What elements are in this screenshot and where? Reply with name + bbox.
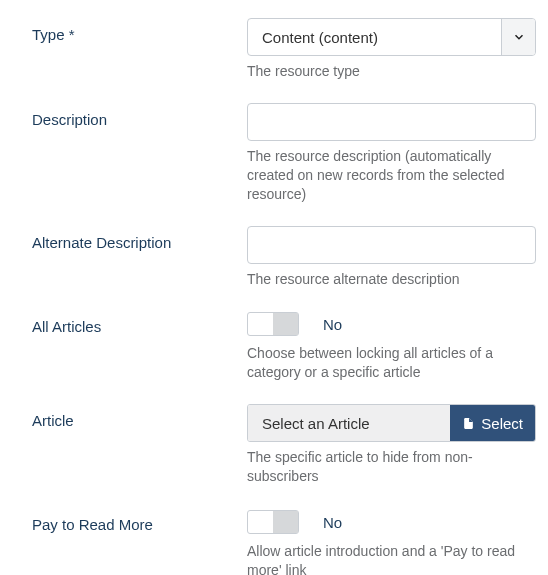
article-label: Article <box>32 404 247 429</box>
description-help: The resource description (automatically … <box>247 147 536 204</box>
type-select[interactable]: Content (content) <box>247 18 536 56</box>
description-label: Description <box>32 103 247 128</box>
article-picker-placeholder[interactable]: Select an Article <box>248 405 450 441</box>
all-articles-help: Choose between locking all articles of a… <box>247 344 536 382</box>
chevron-down-icon <box>512 30 526 44</box>
all-articles-label: All Articles <box>32 310 247 335</box>
pay-read-more-help: Allow article introduction and a 'Pay to… <box>247 542 536 575</box>
toggle-knob <box>273 511 298 533</box>
pay-read-more-state: No <box>323 514 342 531</box>
pay-read-more-label: Pay to Read More <box>32 508 247 533</box>
type-select-value: Content (content) <box>248 19 501 55</box>
field-article: Article Select an Article Select The spe… <box>32 404 536 486</box>
toggle-knob <box>273 313 298 335</box>
field-description: Description The resource description (au… <box>32 103 536 204</box>
alt-description-label: Alternate Description <box>32 226 247 251</box>
article-picker: Select an Article Select <box>247 404 536 442</box>
alt-description-input[interactable] <box>247 226 536 264</box>
field-all-articles: All Articles No Choose between locking a… <box>32 310 536 382</box>
type-select-toggle[interactable] <box>501 19 535 55</box>
file-icon <box>462 416 475 431</box>
all-articles-state: No <box>323 316 342 333</box>
description-input[interactable] <box>247 103 536 141</box>
field-pay-to-read-more: Pay to Read More No Allow article introd… <box>32 508 536 575</box>
article-select-button-label: Select <box>481 415 523 432</box>
alt-description-help: The resource alternate description <box>247 270 536 289</box>
type-label: Type * <box>32 18 247 43</box>
all-articles-toggle[interactable] <box>247 312 299 336</box>
article-help: The specific article to hide from non-su… <box>247 448 536 486</box>
field-type: Type * Content (content) The resource ty… <box>32 18 536 81</box>
pay-read-more-toggle[interactable] <box>247 510 299 534</box>
article-select-button[interactable]: Select <box>450 405 535 441</box>
field-alt-description: Alternate Description The resource alter… <box>32 226 536 289</box>
type-help: The resource type <box>247 62 536 81</box>
